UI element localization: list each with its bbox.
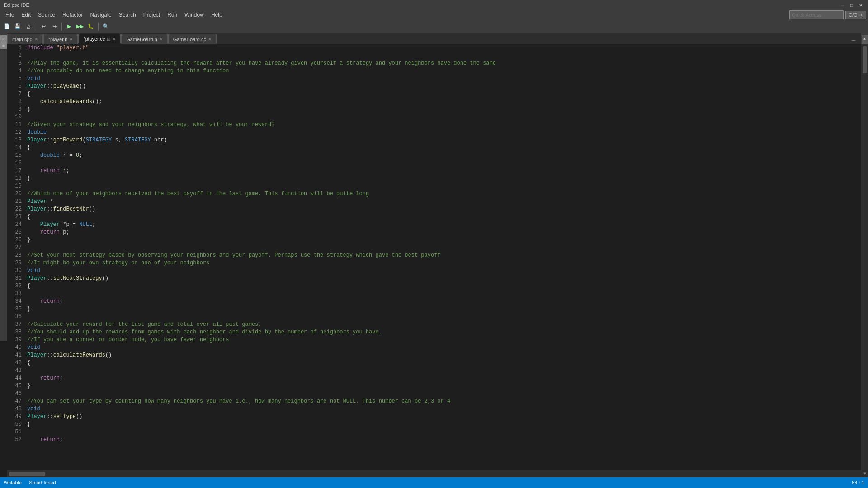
menu-file[interactable]: File bbox=[2, 11, 18, 19]
tab-player-h-close[interactable]: ✕ bbox=[69, 37, 73, 42]
menu-help[interactable]: Help bbox=[208, 11, 226, 19]
menu-project[interactable]: Project bbox=[140, 11, 164, 19]
tab-player-cc[interactable]: *player.cc ⊡ ✕ bbox=[78, 34, 121, 44]
tab-gameboard-h-close[interactable]: ✕ bbox=[159, 37, 163, 42]
statusbar: Writable Smart Insert 54 : 1 bbox=[0, 477, 868, 488]
search-btn[interactable]: 🔍 bbox=[101, 22, 111, 32]
redo-btn[interactable]: ↪ bbox=[49, 22, 59, 32]
tab-player-cc-icon: ⊡ bbox=[107, 37, 110, 42]
quick-access-input[interactable] bbox=[789, 10, 844, 19]
language-button[interactable]: C/C++ bbox=[845, 11, 866, 19]
tab-player-h-label: *player.h bbox=[48, 37, 68, 42]
right-scrollbar[interactable]: ▲ ▼ bbox=[861, 44, 868, 477]
run-btn[interactable]: ▶▶ bbox=[75, 22, 85, 32]
tab-main-cpp[interactable]: main.cpp ✕ bbox=[7, 34, 43, 44]
save-btn[interactable]: 💾 bbox=[13, 22, 23, 32]
menu-refactor[interactable]: Refactor bbox=[59, 11, 86, 19]
menu-source[interactable]: Source bbox=[34, 11, 59, 19]
menu-navigate[interactable]: Navigate bbox=[86, 11, 115, 19]
sep3 bbox=[98, 23, 99, 31]
tab-player-cc-label: *player.cc bbox=[83, 36, 105, 42]
tab-gameboard-h-label: GameBoard.h bbox=[126, 37, 157, 42]
line-numbers: 12345 678910 1112131415 1617181920 21222… bbox=[7, 44, 24, 477]
editor-container: 12345 678910 1112131415 1617181920 21222… bbox=[7, 44, 861, 477]
close-button[interactable]: ✕ bbox=[857, 1, 864, 9]
tab-gameboard-cc[interactable]: GameBoard.cc ✕ bbox=[168, 34, 217, 44]
status-writable[interactable]: Writable bbox=[4, 480, 22, 485]
menubar: File Edit Source Refactor Navigate Searc… bbox=[0, 10, 868, 20]
minimize-button[interactable]: ─ bbox=[839, 1, 846, 9]
tab-player-h[interactable]: *player.h ✕ bbox=[43, 34, 78, 44]
left-panel-icon-1[interactable]: # bbox=[0, 35, 7, 42]
tab-gameboard-cc-label: GameBoard.cc bbox=[173, 37, 206, 42]
code-area[interactable]: #include "player.h" //Play the game, it … bbox=[24, 44, 861, 477]
hscroll-thumb[interactable] bbox=[9, 472, 45, 476]
titlebar-title: Eclipse IDE bbox=[4, 2, 29, 8]
left-panel-icon-2[interactable]: ⊕ bbox=[0, 42, 7, 49]
tab-min-btn[interactable]: ─ bbox=[850, 37, 857, 44]
tab-main-cpp-label: main.cpp bbox=[12, 37, 33, 42]
menu-run[interactable]: Run bbox=[164, 11, 181, 19]
titlebar: Eclipse IDE ─ □ ✕ bbox=[0, 0, 868, 10]
scroll-thumb[interactable] bbox=[863, 46, 867, 73]
status-position: 54 : 1 bbox=[852, 480, 864, 485]
new-btn[interactable]: 📄 bbox=[2, 22, 12, 32]
undo-btn[interactable]: ↩ bbox=[38, 22, 48, 32]
tabbar: main.cpp ✕ *player.h ✕ *player.cc ⊡ ✕ Ga… bbox=[7, 33, 868, 44]
tab-main-cpp-close[interactable]: ✕ bbox=[34, 37, 38, 42]
status-smart-insert[interactable]: Smart Insert bbox=[29, 480, 56, 485]
tab-player-cc-close[interactable]: ✕ bbox=[112, 37, 116, 42]
status-right: 54 : 1 bbox=[852, 480, 864, 485]
print-btn[interactable]: 🖨 bbox=[24, 22, 33, 32]
toolbar: 📄 💾 🖨 ↩ ↪ ▶ ▶▶ 🐛 🔍 bbox=[0, 20, 868, 33]
debug-btn[interactable]: 🐛 bbox=[86, 22, 96, 32]
left-panel: # ⊕ bbox=[0, 33, 7, 341]
tab-gameboard-cc-close[interactable]: ✕ bbox=[208, 37, 212, 42]
sep2 bbox=[61, 23, 62, 31]
sep1 bbox=[36, 23, 36, 31]
quick-access-area: C/C++ bbox=[789, 10, 866, 19]
scroll-down-arrow[interactable]: ▼ bbox=[861, 470, 868, 477]
maximize-button[interactable]: □ bbox=[848, 1, 855, 9]
window-controls: ─ □ ✕ bbox=[839, 1, 864, 9]
menu-window[interactable]: Window bbox=[181, 11, 208, 19]
menu-edit[interactable]: Edit bbox=[18, 11, 34, 19]
build-btn[interactable]: ▶ bbox=[64, 22, 74, 32]
right-panel-icon-1[interactable]: ▲ bbox=[862, 35, 868, 42]
bottom-scrollbar[interactable] bbox=[7, 470, 861, 477]
menu-search[interactable]: Search bbox=[115, 11, 140, 19]
tab-gameboard-h[interactable]: GameBoard.h ✕ bbox=[121, 34, 167, 44]
